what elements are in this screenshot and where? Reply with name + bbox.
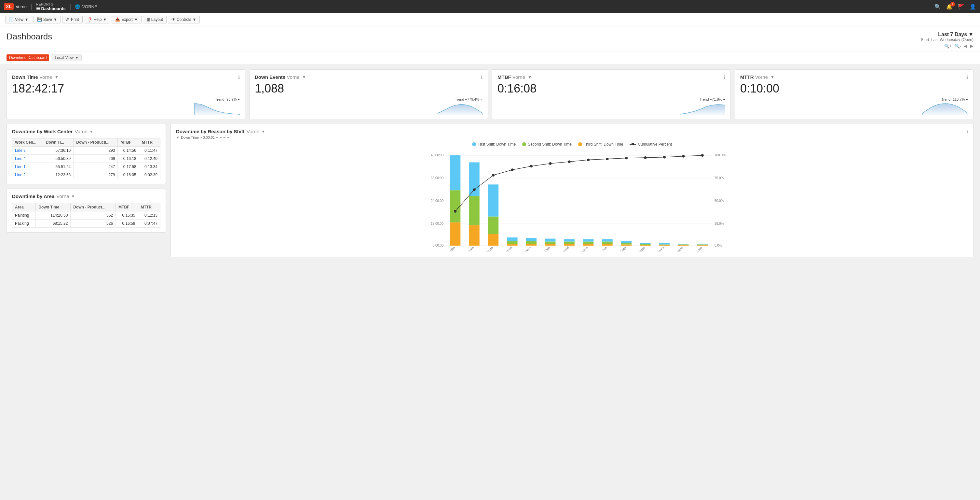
flag-icon[interactable]: 🚩 [958,3,964,10]
bar-second-shift[interactable] [621,243,632,244]
bar-first-shift[interactable] [526,238,536,241]
svg-text:0:00:00: 0:00:00 [433,244,444,247]
bar-second-shift[interactable] [602,241,612,244]
print-button[interactable]: 🖨 Print [62,16,83,24]
kpi-mtbf-dropdown[interactable]: ▼ [528,75,531,80]
bar-second-shift[interactable] [659,244,670,245]
controls-button[interactable]: 👁 Controls ▼ [168,16,200,24]
bar-first-shift[interactable] [659,243,670,244]
bar-third-shift[interactable] [697,245,708,246]
prev-icon[interactable]: ◀ [964,43,967,48]
bar-third-shift[interactable] [640,245,651,246]
reports-title[interactable]: ☰ Dashboards [36,6,66,11]
work-center-link[interactable]: Line 1 [15,165,26,169]
kpi-downevents-info[interactable]: ℹ [481,75,482,80]
save-button[interactable]: 💾 Save ▼ [33,16,61,24]
help-button[interactable]: ❓ Help ▼ [84,16,111,24]
svg-text:75.0%: 75.0% [714,176,724,180]
kpi-mtbf-info[interactable]: ℹ [724,75,725,80]
bar-third-shift[interactable] [545,244,555,246]
bar-third-shift[interactable] [488,234,498,246]
bar-third-shift[interactable] [526,244,536,246]
area-downprod: 526 [71,220,116,228]
wc-col-downtime[interactable]: Down Ti... ↓ [43,139,73,147]
work-center-link[interactable]: Line 3 [15,148,26,153]
area-col-downtime[interactable]: Down Time ↓ [36,203,71,211]
bar-third-shift[interactable] [621,244,632,246]
bar-second-shift[interactable] [450,190,460,222]
bar-second-shift[interactable] [526,241,536,244]
search-zoom-out-icon[interactable]: 🔍- [955,44,961,48]
bar-third-shift[interactable] [602,244,612,246]
breadcrumb-sub[interactable]: Local View ▼ [52,54,82,61]
kpi-downevents: Down Events Vorne ▼ ℹ 1,088 Trend +779.4… [249,69,488,119]
bar-first-shift[interactable] [507,238,517,241]
area-dropdown[interactable]: ▼ [71,194,75,199]
kpi-mttr-info[interactable]: ℹ [966,75,968,80]
chart-dropdown[interactable]: ▼ [261,129,265,134]
bar-second-shift[interactable] [507,241,517,244]
wc-col-mtbf[interactable]: MTBF [118,139,139,147]
bar-second-shift[interactable] [564,241,574,244]
bar-third-shift[interactable] [659,245,670,246]
bar-third-shift[interactable] [678,245,689,246]
bar-third-shift[interactable] [564,244,574,246]
cumulative-dot [530,165,533,168]
work-center-link[interactable]: Line 2 [15,173,26,177]
layout-button[interactable]: ▦ Layout [143,16,167,24]
area-col-mttr[interactable]: MTTR [138,203,160,211]
bar-third-shift[interactable] [450,222,460,246]
kpi-mttr-dropdown[interactable]: ▼ [770,75,774,80]
bar-first-shift[interactable] [545,239,555,242]
bar-first-shift[interactable] [602,239,612,241]
vorne-globe[interactable]: 🌐 VORNE [75,4,97,9]
bar-first-shift[interactable] [469,162,480,196]
kpi-mtbf-value: 0:16:08 [498,82,725,96]
view-button[interactable]: 📄 View ▼ [5,16,32,24]
bar-first-shift[interactable] [564,239,574,241]
export-button[interactable]: 📤 Export ▼ [111,16,142,24]
kpi-downtime-dropdown[interactable]: ▼ [55,75,59,80]
wc-col-downprod[interactable]: Down - Producti... [73,139,118,147]
breadcrumb-main[interactable]: Downtime Dashboard [6,54,49,61]
bar-second-shift[interactable] [488,217,498,234]
bar-second-shift[interactable] [697,244,708,245]
wc-col-mttr[interactable]: MTTR [139,139,160,147]
search-icon[interactable]: 🔍 [934,3,941,10]
bar-first-shift[interactable] [450,155,460,190]
kpi-downtime-info[interactable]: ℹ [238,75,240,80]
area-col-name[interactable]: Area [12,203,36,211]
bar-third-shift[interactable] [583,244,593,246]
area-col-downprod[interactable]: Down - Product... [71,203,116,211]
search-zoom-in-icon[interactable]: 🔍+ [944,44,952,48]
bar-second-shift[interactable] [678,244,689,245]
area-col-mtbf[interactable]: MTBF [116,203,138,211]
kpi-downevents-dropdown[interactable]: ▼ [302,75,306,80]
next-icon[interactable]: ▶ [970,43,974,48]
bar-first-shift[interactable] [583,239,593,241]
bar-first-shift[interactable] [621,241,632,243]
bar-second-shift[interactable] [545,241,555,244]
area-name: Packing [12,220,36,228]
work-center-link[interactable]: Line 4 [15,157,26,161]
bar-first-shift[interactable] [678,244,689,244]
bar-third-shift[interactable] [507,244,517,246]
wc-col-name[interactable]: Work Cen... [12,139,43,147]
bar-second-shift[interactable] [469,196,480,225]
legend-color-dot [472,142,476,146]
kpi-downevents-chart [437,102,482,115]
bar-second-shift[interactable] [640,244,651,245]
notification-icon[interactable]: 🔔 2 [946,3,953,10]
bar-second-shift[interactable] [583,241,593,244]
category-label: Electrical Fault [535,246,551,251]
logo[interactable]: XL Vorne [4,3,27,10]
date-range-label[interactable]: Last 7 Days ▼ [921,32,974,37]
bar-first-shift[interactable] [697,244,708,244]
bar-first-shift[interactable] [488,184,498,216]
bar-third-shift[interactable] [469,225,480,246]
work-center-dropdown[interactable]: ▼ [89,129,93,134]
bar-first-shift[interactable] [640,243,651,244]
chart-info[interactable]: ℹ [966,129,968,134]
kpi-mttr-title: MTTR Vorne [740,74,768,80]
user-icon[interactable]: 👤 [970,3,976,10]
